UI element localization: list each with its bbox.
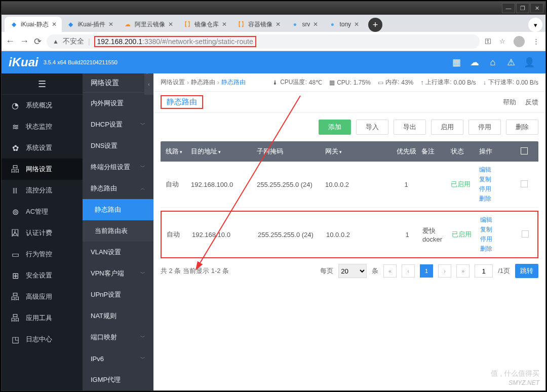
sidebar2-item[interactable]: UPnP设置 <box>83 284 153 305</box>
cell-mask: 255.255.255.0 (24) <box>257 181 325 188</box>
sidebar2-collapse-icon[interactable]: ‹ <box>144 73 153 95</box>
browser-tab[interactable]: ◆iKuai-静态✕ <box>5 17 62 32</box>
sidebar-item[interactable]: 品网络设置 <box>2 159 83 180</box>
tab-close-icon[interactable]: ✕ <box>108 21 113 28</box>
sidebar2-item[interactable]: 终端分组设置﹀ <box>83 156 153 178</box>
row-checkbox[interactable] <box>522 230 529 238</box>
tab-close-icon[interactable]: ✕ <box>313 21 318 28</box>
add-button[interactable]: 添加 <box>319 120 351 135</box>
row-edit-link[interactable]: 编辑 <box>479 166 516 174</box>
tab-close-icon[interactable]: ✕ <box>276 21 281 28</box>
key-icon[interactable]: ⚿ <box>485 37 491 45</box>
new-tab-button[interactable]: + <box>368 18 382 32</box>
nav-reload-icon[interactable]: ⟳ <box>34 36 42 47</box>
sidebar2-item[interactable]: 内外网设置 <box>83 93 153 114</box>
sidebar-icon: ⊚ <box>11 207 20 217</box>
pager-first-icon[interactable]: « <box>383 264 397 278</box>
sidebar2-item[interactable]: 静态路由︿ <box>83 178 153 199</box>
browser-tab[interactable]: ☁阿里云镜像✕ <box>119 17 178 32</box>
chevron-icon: ﹀ <box>140 355 145 362</box>
sidebar2-item[interactable]: NAT规则 <box>83 305 153 327</box>
window-close[interactable]: ✕ <box>530 3 543 13</box>
sidebar-collapse-icon[interactable]: ☰ <box>2 73 83 95</box>
browser-menu-icon[interactable]: ⋮ <box>533 37 539 45</box>
window-minimize[interactable]: — <box>502 3 515 13</box>
sidebar2-item[interactable]: VLAN设置 <box>83 242 153 263</box>
sidebar2-subitem[interactable]: 静态路由 <box>83 199 153 220</box>
sidebar2-label: IGMP代理 <box>91 375 121 384</box>
sidebar2-item[interactable]: DHCP设置﹀ <box>83 114 153 135</box>
sidebar-item[interactable]: ⊚AC管理 <box>2 201 83 222</box>
nav-forward-icon[interactable]: → <box>20 36 29 47</box>
sidebar2-label: VLAN设置 <box>91 248 121 257</box>
browser-tab[interactable]: 【】镜像仓库✕ <box>178 17 232 32</box>
pager-next-icon[interactable]: › <box>438 264 451 278</box>
sidebar-item[interactable]: 品高级应用 <box>2 286 83 307</box>
bookmark-icon[interactable]: ☆ <box>499 37 505 45</box>
row-edit-link[interactable]: 编辑 <box>480 216 517 224</box>
header-apps-icon[interactable]: ▦ <box>447 57 465 68</box>
select-all-checkbox[interactable] <box>521 147 528 154</box>
delete-button[interactable]: 删除 <box>506 120 538 135</box>
profile-avatar[interactable] <box>514 36 525 47</box>
tab-title: srv <box>302 21 310 28</box>
row-delete-link[interactable]: 删除 <box>480 245 517 253</box>
pager-page-input[interactable] <box>475 264 493 278</box>
browser-tab[interactable]: ●tony✕ <box>323 17 364 32</box>
browser-tab[interactable]: ●srv✕ <box>286 17 323 32</box>
sidebar2-item[interactable]: IGMP代理 <box>83 369 153 390</box>
sidebar-item[interactable]: ▭行为管控 <box>2 244 83 265</box>
row-copy-link[interactable]: 复制 <box>479 175 516 184</box>
tabs-overflow-icon[interactable]: ▾ <box>528 18 542 32</box>
sidebar-item[interactable]: ≋状态监控 <box>2 116 83 137</box>
help-link[interactable]: 帮助 <box>503 98 516 107</box>
cell-status: 已启用 <box>452 230 480 239</box>
pager-summary: 共 2 条 当前显示 1-2 条 <box>161 266 229 276</box>
import-button[interactable]: 导入 <box>356 120 388 135</box>
header-alert-icon[interactable]: ⚠ <box>502 57 520 68</box>
address-bar[interactable]: ▲ 不安全 | 192.168.200.1:3380/#/network-set… <box>47 34 480 49</box>
breadcrumb-item[interactable]: 网络设置 <box>161 78 185 87</box>
sidebar-item[interactable]: ⊞安全设置 <box>2 265 83 286</box>
header-user-icon[interactable]: 👤 <box>520 57 538 68</box>
tab-close-icon[interactable]: ✕ <box>354 21 359 28</box>
tab-close-icon[interactable]: ✕ <box>222 21 227 28</box>
row-disable-link[interactable]: 停用 <box>480 235 517 244</box>
browser-tab[interactable]: ◆iKuai-插件✕ <box>62 17 119 32</box>
pager-last-icon[interactable]: » <box>456 264 470 278</box>
sidebar-item[interactable]: ◔系统概况 <box>2 95 83 116</box>
enable-button[interactable]: 启用 <box>431 120 463 135</box>
row-delete-link[interactable]: 删除 <box>479 194 516 203</box>
sidebar2-item[interactable]: 端口映射﹀ <box>83 327 153 348</box>
sidebar2-subitem[interactable]: 当前路由表 <box>83 220 153 242</box>
sidebar-item[interactable]: ✿系统设置 <box>2 137 83 159</box>
sidebar-item[interactable]: 品应用工具 <box>2 307 83 329</box>
window-maximize[interactable]: ❐ <box>516 3 529 13</box>
breadcrumb-item[interactable]: 静态路由 <box>191 78 215 87</box>
disable-button[interactable]: 停用 <box>468 120 501 135</box>
sidebar2-item[interactable]: IPv6﹀ <box>83 348 153 369</box>
header-home-icon[interactable]: ⌂ <box>484 57 502 68</box>
row-checkbox[interactable] <box>521 180 528 187</box>
sidebar2-item[interactable]: VPN客户端﹀ <box>83 263 153 284</box>
header-cloud-icon[interactable]: ☁ <box>465 57 484 68</box>
page-tabs: 静态路由 帮助 反馈 <box>153 92 545 113</box>
export-button[interactable]: 导出 <box>394 120 426 135</box>
feedback-link[interactable]: 反馈 <box>525 98 538 107</box>
sidebar-item[interactable]: 囚认证计费 <box>2 222 83 244</box>
pager-jump-button[interactable]: 跳转 <box>515 264 538 278</box>
pager-prev-icon[interactable]: ‹ <box>402 264 415 278</box>
per-page-select[interactable]: 20 <box>338 264 367 278</box>
tab-close-icon[interactable]: ✕ <box>168 21 173 28</box>
sidebar-label: 流控分流 <box>26 186 52 195</box>
sidebar2-item[interactable]: DNS设置 <box>83 135 153 156</box>
tab-close-icon[interactable]: ✕ <box>52 21 57 28</box>
browser-tab[interactable]: 【】容器镜像✕ <box>232 17 286 32</box>
nav-back-icon[interactable]: ← <box>6 36 15 47</box>
tab-static-route[interactable]: 静态路由 <box>161 95 203 109</box>
sidebar-item[interactable]: ◳日志中心 <box>2 329 83 350</box>
row-disable-link[interactable]: 停用 <box>479 185 516 193</box>
pager-page-1[interactable]: 1 <box>420 264 433 278</box>
sidebar-item[interactable]: ⫼流控分流 <box>2 180 83 201</box>
row-copy-link[interactable]: 复制 <box>480 225 517 234</box>
